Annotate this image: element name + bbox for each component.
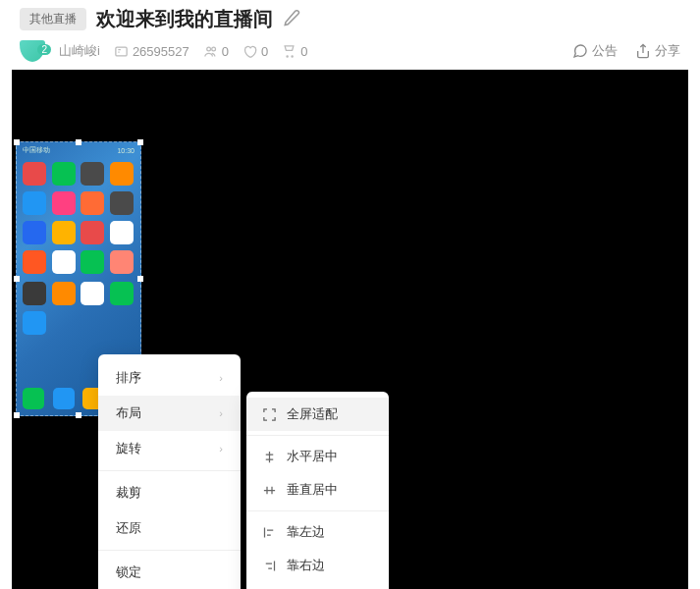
app-icon — [110, 250, 134, 274]
ctx-sort[interactable]: 排序› — [98, 360, 241, 396]
separator — [98, 470, 241, 471]
shield-icon: 2 — [20, 40, 45, 62]
app-icon — [23, 162, 46, 186]
sub-top[interactable]: 靠顶边 — [246, 582, 389, 589]
sub-left[interactable]: 靠左边 — [246, 515, 389, 549]
context-menu: 排序› 布局› 旋转› 裁剪 还原 锁定 隐藏 移除 — [98, 354, 241, 589]
vcenter-icon — [262, 483, 277, 498]
stream-canvas[interactable]: 中国移动10:30 排序› 布局› 旋转› 裁剪 还原 锁定 隐藏 移除 全屏适… — [12, 70, 688, 589]
app-icon — [110, 162, 134, 186]
sub-fullscreen[interactable]: 全屏适配 — [246, 398, 389, 431]
sub-vcenter[interactable]: 垂直居中 — [246, 473, 389, 507]
likes-stat: 0 — [242, 44, 268, 59]
app-icon — [23, 191, 46, 215]
gifts-stat: 0 — [282, 44, 307, 59]
id-value: 26595527 — [133, 44, 189, 59]
app-icon — [81, 191, 104, 215]
sub-hcenter[interactable]: 水平居中 — [246, 440, 389, 473]
ctx-rotate[interactable]: 旋转› — [98, 431, 241, 466]
dock-icon — [23, 388, 44, 409]
app-icon — [52, 162, 76, 186]
align-left-icon — [262, 525, 277, 540]
viewers-stat: 0 — [203, 44, 229, 59]
level-badge[interactable]: 2 — [20, 40, 45, 62]
svg-point-1 — [206, 47, 210, 51]
app-icon — [81, 250, 104, 274]
resize-handle[interactable] — [76, 139, 81, 145]
layout-submenu: 全屏适配 水平居中 垂直居中 靠左边 靠右边 靠顶边 靠底边 — [246, 392, 389, 589]
separator — [98, 550, 241, 551]
align-right-icon — [262, 559, 277, 573]
ctx-restore[interactable]: 还原 — [98, 510, 241, 546]
ctx-layout[interactable]: 布局› — [98, 396, 241, 431]
separator — [246, 435, 389, 436]
resize-handle[interactable] — [137, 139, 143, 145]
app-grid — [17, 158, 140, 278]
app-icon — [81, 282, 104, 305]
streamer-name[interactable]: 山崎峻i — [59, 42, 100, 60]
viewers-count: 0 — [222, 44, 229, 59]
app-icon — [110, 191, 134, 215]
app-icon — [81, 221, 104, 244]
hcenter-icon — [262, 450, 277, 464]
resize-handle[interactable] — [76, 412, 81, 418]
likes-count: 0 — [261, 44, 268, 59]
share-label: 分享 — [655, 42, 680, 60]
resize-handle[interactable] — [137, 276, 143, 282]
resize-handle[interactable] — [14, 412, 20, 418]
announce-label: 公告 — [592, 42, 618, 60]
edit-icon[interactable] — [283, 9, 300, 30]
app-icon — [52, 191, 76, 215]
app-icon — [23, 221, 46, 244]
stream-title: 欢迎来到我的直播间 — [96, 6, 273, 32]
fullscreen-icon — [262, 407, 277, 422]
app-icon — [23, 250, 46, 274]
app-icon — [52, 282, 76, 305]
app-icon — [110, 282, 134, 305]
stream-header: 其他直播 欢迎来到我的直播间 2 山崎峻i 26595527 0 0 0 — [0, 0, 700, 70]
app-icon — [110, 221, 134, 244]
share-button[interactable]: 分享 — [635, 42, 680, 60]
dock-icon — [53, 388, 75, 409]
gifts-count: 0 — [300, 44, 307, 59]
app-icon — [81, 162, 104, 186]
announce-button[interactable]: 公告 — [572, 42, 618, 60]
app-icon — [23, 311, 46, 335]
chevron-right-icon: › — [219, 443, 223, 455]
ctx-lock[interactable]: 锁定 — [98, 555, 241, 589]
app-icon — [23, 282, 46, 305]
app-icon — [52, 250, 76, 274]
svg-point-2 — [211, 47, 215, 51]
ctx-crop[interactable]: 裁剪 — [98, 475, 241, 510]
separator — [246, 510, 389, 511]
svg-rect-0 — [116, 47, 127, 56]
resize-handle[interactable] — [14, 276, 20, 282]
resize-handle[interactable] — [14, 139, 20, 145]
chevron-right-icon: › — [219, 372, 223, 384]
category-tag[interactable]: 其他直播 — [20, 8, 86, 30]
app-icon — [52, 221, 76, 244]
app-grid-2 — [17, 278, 140, 339]
chevron-right-icon: › — [219, 407, 223, 419]
sub-right[interactable]: 靠右边 — [246, 549, 389, 582]
id-stat: 26595527 — [114, 44, 189, 59]
